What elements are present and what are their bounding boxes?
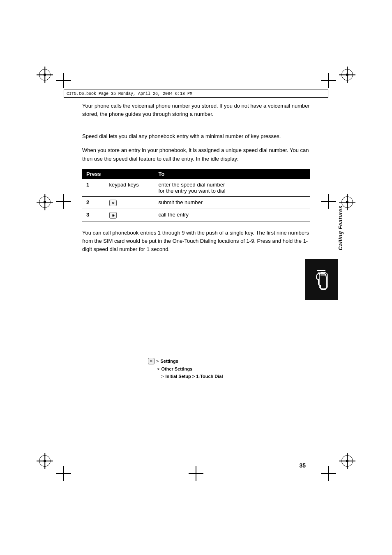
menu-item-settings: Settings — [160, 357, 178, 365]
svg-rect-0 — [317, 270, 325, 271]
table-row: 3 ◉ call the entry — [82, 209, 310, 221]
menu-item-1touch: Initial Setup > 1-Touch Dial — [165, 373, 223, 380]
row3-num: 3 — [82, 209, 105, 221]
main-content: Your phone calls the voicemail phone num… — [82, 102, 310, 432]
header-bar-text: CIT5.CG.book Page 35 Monday, April 26, 2… — [67, 92, 192, 96]
table-row: 1 keypad keys enter the speed dial numbe… — [82, 179, 310, 197]
row1-num: 1 — [82, 179, 105, 197]
phone-icon-box — [305, 259, 338, 300]
table-col2-header — [105, 169, 154, 179]
row2-num: 2 — [82, 196, 105, 209]
menu-item-other-settings: Other Settings — [161, 365, 192, 373]
speed-dial-intro: Speed dial lets you dial any phonebook e… — [82, 132, 310, 140]
key-icon-star: ⊛ — [109, 200, 117, 206]
row2-to: submit the number — [154, 196, 310, 209]
speed-dial-table: Press To 1 keypad keys enter the speed d… — [82, 169, 310, 221]
key-icon-send: ◉ — [109, 212, 117, 219]
voicemail-para: Your phone calls the voicemail phone num… — [82, 102, 310, 118]
phone-icon — [311, 267, 332, 292]
reg-mark-bl-circle — [39, 455, 51, 467]
speed-dial-detail: When you store an entry in your phoneboo… — [82, 146, 310, 163]
one-touch-para: You can call phonebook entries 1 through… — [82, 229, 310, 253]
row1-press: keypad keys — [105, 179, 154, 197]
menu-arrow-3: > — [161, 373, 164, 380]
menu-icon: m — [148, 358, 154, 364]
menu-path: m > Settings > Other Settings > Initial … — [148, 357, 223, 380]
table-col2-label: To — [154, 169, 310, 179]
sidebar-label: Calling Features — [337, 205, 344, 250]
reg-mark-ml-circle — [39, 196, 51, 208]
reg-mark-tl-circle — [39, 69, 51, 81]
row3-press: ◉ — [105, 209, 154, 221]
menu-line-3: > Initial Setup > 1-Touch Dial — [148, 373, 223, 380]
menu-arrow-2: > — [157, 365, 159, 373]
table-col1-header: Press — [82, 169, 105, 179]
header-bar: CIT5.CG.book Page 35 Monday, April 26, 2… — [64, 90, 328, 98]
menu-line-1: m > Settings — [148, 357, 223, 365]
table-row: 2 ⊛ submit the number — [82, 196, 310, 209]
menu-line-2: > Other Settings — [148, 365, 223, 373]
row3-to: call the entry — [154, 209, 310, 221]
page-number: 35 — [299, 462, 306, 469]
reg-mark-tr-circle — [341, 69, 353, 81]
reg-mark-br-circle — [341, 455, 353, 467]
menu-arrow-1: > — [156, 357, 159, 365]
row1-to: enter the speed dial numberfor the entry… — [154, 179, 310, 197]
row2-press: ⊛ — [105, 196, 154, 209]
